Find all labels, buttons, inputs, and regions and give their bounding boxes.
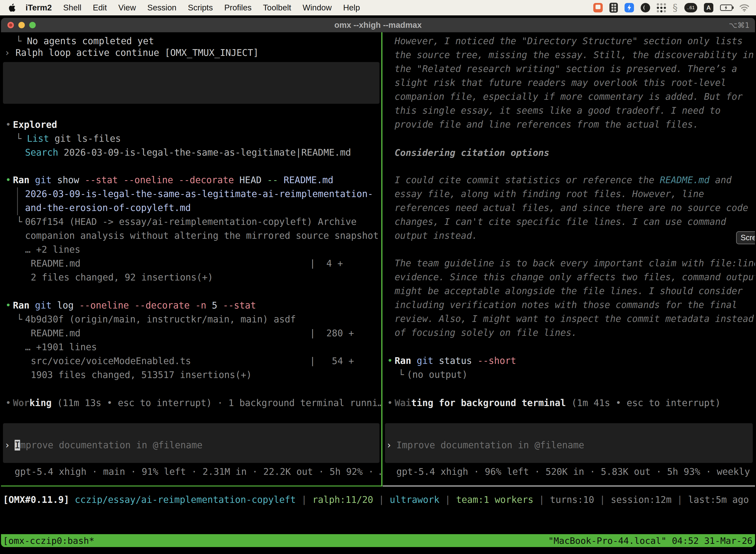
screen-tooltip: Scre — [736, 231, 755, 244]
reasoning-paragraph-2: I could cite commit statistics or refere… — [383, 173, 755, 187]
pane-border-bottom-left — [1, 486, 381, 487]
terminal-line: └(no output) — [383, 368, 755, 382]
terminal-line: the source tree, missing the essay. Stil… — [383, 48, 755, 62]
agents-completed-line: └ No agents completed yet — [1, 34, 381, 48]
menu-item-session[interactable]: Session — [142, 3, 182, 12]
terminal-line: of focusing solely on file lines. — [383, 326, 755, 340]
explored-search: Search 2026-03-09-is-legal-the-same-as-l… — [1, 146, 381, 160]
tmux-host-clock: "MacBook-Pro-44.local" 04:52 31-Mar-26 — [548, 536, 753, 546]
terminal-line: companion analysis without altering the … — [1, 229, 381, 243]
screen-record-icon[interactable] — [593, 3, 603, 12]
terminal-line: the "Related research writing" section i… — [383, 62, 755, 76]
ran-git-show: •Ran git show --stat --oneline --decorat… — [1, 173, 381, 187]
menu-item-edit[interactable]: Edit — [87, 3, 113, 12]
terminal-line: 2 files changed, 92 insertions(+) — [1, 270, 381, 284]
menu-item-help[interactable]: Help — [337, 3, 366, 12]
menu-item-scripts[interactable]: Scripts — [182, 3, 218, 12]
tmux-status-bar: [omx-cczip0:bash* "MacBook-Pro-44.local"… — [1, 534, 755, 547]
omx-status-line: [OMX#0.11.9] cczip/essay/ai-reimplementa… — [3, 493, 755, 507]
omx-agent-pane-right[interactable]: However, I noticed the "Directory Struct… — [383, 32, 755, 487]
terminal-line: … +2 lines — [1, 242, 381, 257]
pane-border-bottom-right — [383, 486, 755, 487]
apple-menu-icon[interactable] — [9, 3, 16, 12]
window-shortcut-badge: ⌥⌘1 — [729, 18, 750, 32]
terminal-line: └4b9d30f (origin/main, instructkr/main, … — [1, 312, 381, 326]
menu-item-iterm2[interactable]: iTerm2 — [20, 3, 58, 12]
terminal-line: src/voice/voiceModeEnabled.ts| 54 + — [1, 354, 381, 368]
terminal-line: references need actual files, and since … — [383, 201, 755, 215]
terminal-line: and-the-erosion-of-copyleft.md — [1, 201, 381, 215]
terminal-line: might be acceptable alongside the file l… — [383, 284, 755, 298]
working-status-line: •Working (11m 13s • esc to interrupt) · … — [1, 396, 381, 410]
model-status-line: gpt-5.4 xhigh · 96% left · 520K in · 5.8… — [383, 465, 755, 479]
terminal-line: … +1901 lines — [1, 340, 381, 354]
terminal-line: evidence. Since this change only affects… — [383, 270, 755, 284]
explored-list: └ List git ls-files — [1, 131, 381, 146]
terminal-line: this single essay, it seems like a good … — [383, 104, 755, 118]
bolt-badge-icon[interactable] — [625, 3, 634, 12]
wifi-icon[interactable] — [739, 4, 750, 12]
reasoning-heading: Considering citation options — [383, 146, 755, 160]
composer-input-text: › Improve documentation in @filename — [383, 438, 755, 452]
reasoning-paragraph-3: The team guideline is to back every impo… — [383, 256, 755, 270]
menu-item-toolbelt[interactable]: Toolbelt — [257, 3, 297, 12]
dragon-icon[interactable]: § — [673, 3, 678, 13]
terminal-line: slight risk that future readers may over… — [383, 76, 755, 90]
dots-grid-icon[interactable] — [657, 3, 666, 12]
menu-status-icons: § ..61 A — [593, 3, 756, 13]
menu-item-profiles[interactable]: Profiles — [218, 3, 257, 12]
terminal-line: README.md| 280 + — [1, 326, 381, 340]
pane-divider-vertical[interactable] — [381, 32, 382, 487]
menu-items: iTerm2ShellEditViewSessionScriptsProfile… — [20, 3, 366, 12]
omx-status-bar: [OMX#0.11.9] cczip/essay/ai-reimplementa… — [3, 493, 755, 507]
battery-icon[interactable] — [720, 4, 733, 11]
terminal-line: └067f154 (HEAD -> essay/ai-reimplementat… — [1, 215, 381, 229]
window-title: omx --xhigh --madmax — [1, 18, 755, 32]
terminal-line: 2026-03-09-is-legal-the-same-as-legitima… — [1, 187, 381, 201]
menu-item-shell[interactable]: Shell — [58, 3, 87, 12]
ran-git-log: •Ran git log --oneline --decorate -n 5 -… — [1, 298, 381, 313]
keyboard-icon[interactable] — [610, 3, 618, 13]
input-source-icon[interactable]: A — [704, 3, 713, 12]
explored-header: •Explored — [1, 118, 381, 132]
terminal-line: essay file, along with finding root file… — [383, 187, 755, 201]
terminal-line: README.md| 4 + — [1, 257, 381, 271]
terminal-content: › Ralph loop active continue [OMX_TMUX_I… — [1, 32, 755, 547]
menu-item-view[interactable]: View — [113, 3, 142, 12]
waiting-status-line: •Waiting for background terminal (1m 41s… — [383, 396, 755, 410]
terminal-line: provide file and line references from th… — [383, 117, 755, 131]
ran-git-status: •Ran git status --short — [383, 354, 755, 368]
window-title-bar[interactable]: omx --xhigh --madmax ⌥⌘1 — [1, 18, 755, 32]
tmux-session-name: [omx-cczip0:bash* — [3, 536, 94, 546]
terminal-line: changes, I can't cite specific file line… — [383, 215, 755, 229]
menu-item-window[interactable]: Window — [297, 3, 337, 12]
terminal-line: review. Also, I might want to inspect th… — [383, 312, 755, 326]
terminal-line: companion file, especially if more comme… — [383, 90, 755, 104]
moon-icon[interactable] — [641, 3, 650, 12]
terminal-line: output instead. — [383, 229, 755, 243]
terminal-line: including verification notes with those … — [383, 298, 755, 312]
omx-agent-pane-left[interactable]: › Ralph loop active continue [OMX_TMUX_I… — [1, 32, 381, 487]
tooltip-text: Scre — [741, 233, 755, 242]
model-status-line: gpt-5.4 xhigh · main · 91% left · 2.31M … — [1, 465, 381, 479]
terminal-line: 1903 files changed, 513517 insertions(+) — [1, 368, 381, 382]
macos-menu-bar: iTerm2ShellEditViewSessionScriptsProfile… — [0, 0, 756, 15]
composer-input-text: › Improve documentation in @filename — [1, 438, 381, 452]
ralph-loop-prompt-box[interactable] — [3, 62, 379, 104]
count-badge-icon[interactable]: ..61 — [684, 3, 697, 12]
reasoning-paragraph-1: However, I noticed the "Directory Struct… — [383, 34, 755, 48]
iterm2-window: omx --xhigh --madmax ⌥⌘1 › Ralph loop ac… — [1, 18, 755, 547]
